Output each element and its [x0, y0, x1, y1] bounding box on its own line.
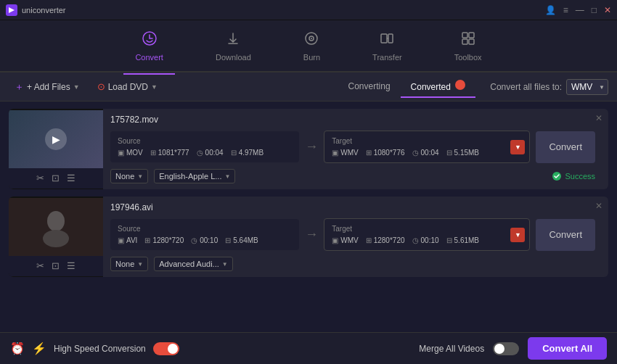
nav-toolbox[interactable]: Toolbox — [443, 25, 494, 67]
tformat-icon-2: ▣ — [332, 236, 338, 244]
target-box-1: Target ▣ WMV ⊞ 1080*776 ◷ 00:04 — [324, 131, 530, 163]
close-file-1-icon[interactable]: ✕ — [595, 113, 602, 123]
load-dvd-label: Load DVD — [108, 82, 148, 92]
user-icon[interactable]: 👤 — [545, 5, 556, 15]
app-title: uniconverter — [22, 6, 66, 15]
format-select-wrap[interactable]: WMV MP4 AVI MOV MKV — [566, 79, 608, 95]
dur-icon-2: ◷ — [191, 236, 197, 244]
svg-rect-8 — [469, 33, 474, 38]
nav-burn-label: Burn — [303, 53, 320, 62]
tsize-icon-1: ⊟ — [446, 149, 452, 157]
nav-transfer[interactable]: Transfer — [361, 25, 414, 67]
bottom-right: Merge All Videos Convert All — [419, 337, 607, 360]
file-info-1: 175782.mov Source ▣ MOV ⊞ 1081*777 — [103, 109, 608, 189]
file-item-1: ✕ ▶ ✂ ⊡ ☰ 175782.mov Source ▣ MOV — [9, 109, 608, 189]
target-label-2: Target — [332, 225, 506, 233]
toolbox-nav-icon — [460, 30, 476, 50]
source-format-2: ▣ AVI — [118, 236, 137, 244]
effect-dd-arrow-1: ▼ — [137, 173, 143, 180]
close-file-2-icon[interactable]: ✕ — [595, 201, 602, 211]
minimize-icon[interactable]: — — [576, 5, 584, 15]
target-box-2: Target ▣ WMV ⊞ 1280*720 ◷ 00:10 — [324, 218, 530, 251]
play-icon-1[interactable]: ▶ — [45, 128, 67, 150]
tab-converted[interactable]: Converted — [401, 75, 476, 98]
tdur-icon-1: ◷ — [412, 149, 419, 157]
nav-download[interactable]: Download — [204, 25, 263, 67]
source-size-2: ⊟ 5.64MB — [225, 236, 258, 244]
cut-icon-1[interactable]: ✂ — [36, 173, 44, 183]
res-icon-2: ⊞ — [144, 236, 150, 244]
nav-bar: Convert Download Burn Tran — [0, 20, 617, 73]
tab-group: Converting Converted — [338, 75, 476, 98]
high-speed-toggle[interactable] — [153, 342, 179, 355]
converted-badge — [455, 80, 465, 90]
target-meta-2: ▣ WMV ⊞ 1280*720 ◷ 00:10 ⊟ — [332, 236, 506, 244]
file-name-1: 175782.mov — [110, 115, 601, 125]
source-box-2: Source ▣ AVI ⊞ 1280*720 ◷ 00:10 — [110, 219, 299, 250]
thumb-image-1: ▶ — [9, 110, 103, 168]
source-label-2: Source — [118, 225, 292, 233]
format-icon-2: ▣ — [118, 236, 124, 244]
load-dvd-button[interactable]: ⊙ Load DVD ▼ — [91, 78, 163, 95]
title-bar-controls: 👤 ≡ — □ ✕ — [545, 5, 611, 15]
audio-dropdown-1[interactable]: English-Apple L... ▼ — [154, 169, 235, 183]
source-dur-2: ◷ 00:10 — [191, 236, 218, 244]
title-bar: uniconverter 👤 ≡ — □ ✕ — [0, 0, 617, 20]
convert-all-to: Convert all files to: WMV MP4 AVI MOV MK… — [490, 79, 608, 95]
extra-row-2: None ▼ Advanced Audi... ▼ — [110, 257, 601, 271]
svg-rect-6 — [388, 34, 393, 43]
crop-icon-1[interactable]: ⊡ — [52, 173, 60, 183]
tformat-icon-1: ▣ — [332, 149, 338, 157]
app-logo — [6, 4, 17, 16]
target-res-2: ⊞ 1280*720 — [366, 236, 405, 244]
effect-dropdown-2[interactable]: None ▼ — [110, 257, 148, 271]
effect-icon-1[interactable]: ☰ — [67, 173, 75, 183]
target-label-1: Target — [332, 137, 506, 145]
arrow-icon-2: → — [305, 227, 318, 242]
close-icon[interactable]: ✕ — [604, 5, 611, 15]
clock-icon[interactable]: ⏰ — [10, 342, 25, 355]
effect-icon-2[interactable]: ☰ — [67, 260, 75, 271]
toolbar: ＋ + Add Files ▼ ⊙ Load DVD ▼ Converting … — [0, 73, 617, 102]
target-format-dropdown-2[interactable]: ▼ — [510, 228, 525, 242]
target-dur-2: ◷ 00:10 — [412, 236, 439, 244]
cut-icon-2[interactable]: ✂ — [36, 260, 44, 271]
target-dur-1: ◷ 00:04 — [412, 149, 439, 157]
add-icon: ＋ — [15, 80, 24, 94]
tdur-icon-2: ◷ — [412, 236, 419, 244]
dur-icon-1: ◷ — [197, 149, 203, 157]
format-select[interactable]: WMV MP4 AVI MOV MKV — [566, 79, 608, 95]
tab-converting[interactable]: Converting — [338, 75, 401, 98]
arrow-icon-1: → — [305, 139, 318, 154]
convert-button-1[interactable]: Convert — [536, 131, 595, 163]
target-format-1: ▣ WMV — [332, 149, 358, 157]
maximize-icon[interactable]: □ — [592, 5, 597, 15]
nav-toolbox-label: Toolbox — [454, 53, 482, 62]
tsize-icon-2: ⊟ — [446, 236, 452, 244]
merge-toggle[interactable] — [493, 342, 519, 355]
menu-icon[interactable]: ≡ — [563, 5, 568, 15]
success-text-1: Success — [565, 172, 595, 181]
convert-button-2[interactable]: Convert — [536, 219, 595, 251]
converted-label: Converted — [411, 82, 451, 92]
target-size-2: ⊟ 5.61MB — [446, 236, 479, 244]
high-speed-label: High Speed Conversion — [54, 344, 146, 354]
effect-dropdown-1[interactable]: None ▼ — [110, 169, 148, 183]
add-files-button[interactable]: ＋ + Add Files ▼ — [9, 78, 86, 96]
dvd-dropdown-icon: ▼ — [151, 83, 158, 91]
nav-convert[interactable]: Convert — [123, 25, 175, 67]
target-format-dropdown-1[interactable]: ▼ — [510, 140, 525, 154]
source-dur-1: ◷ 00:04 — [197, 149, 224, 157]
size-icon-1: ⊟ — [231, 149, 237, 157]
source-res-2: ⊞ 1280*720 — [144, 236, 184, 244]
nav-burn[interactable]: Burn — [292, 25, 332, 67]
convert-all-button[interactable]: Convert All — [528, 337, 607, 360]
audio-dropdown-2[interactable]: Advanced Audi... ▼ — [154, 257, 232, 271]
add-files-label: + Add Files — [27, 82, 70, 92]
conversion-row-1: Source ▣ MOV ⊞ 1081*777 ◷ 00:04 — [110, 131, 601, 163]
target-size-1: ⊟ 5.15MB — [446, 149, 479, 157]
crop-icon-2[interactable]: ⊡ — [52, 260, 60, 271]
thumb-tools-1: ✂ ⊡ ☰ — [9, 168, 103, 189]
merge-label: Merge All Videos — [419, 344, 484, 354]
thumb-image-2 — [9, 198, 103, 256]
